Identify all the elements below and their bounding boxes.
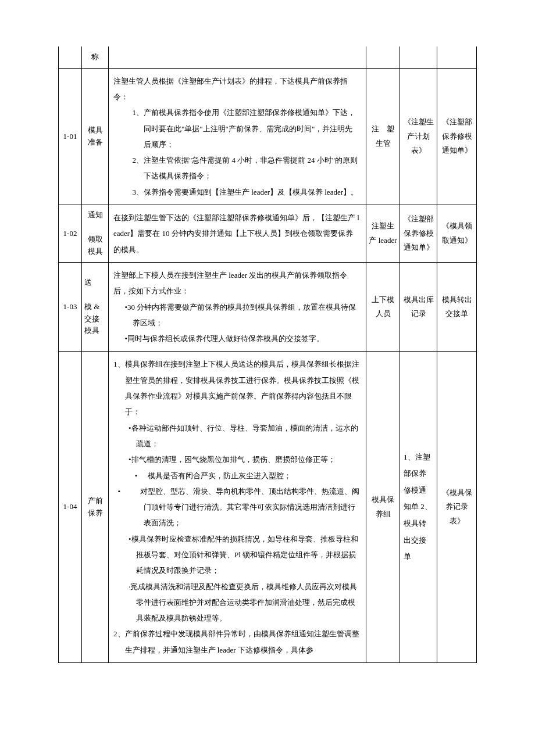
reference-doc-2: 《注塑部保养修模通知单》 <box>437 68 477 205</box>
reference-doc-1: 《注塑部保养修模通知单》 <box>400 205 437 263</box>
step-name: 送 模 & 交接模具 <box>82 262 109 351</box>
step-name: 模具准备 <box>82 68 109 205</box>
header-cell-blank-6 <box>437 46 477 68</box>
responsible: 模具保养组 <box>366 352 400 663</box>
header-cell-blank-3 <box>109 46 366 68</box>
desc-text: • 对型腔、型芯、滑块、导向机构零件、顶出结构零件、热流道、阀门顶针等专门进行清… <box>113 483 360 531</box>
step-id: 1-01 <box>59 68 82 205</box>
desc-text: 1、产前模具保养指令使用《注塑部注塑部保养修模通知单》下达，同时要在此"单据"上… <box>121 105 360 152</box>
step-id: 1-03 <box>59 262 82 351</box>
desc-text: 注塑部上下模人员在接到注塑生产 leader 发出的模具产前保养领取指令后，按如… <box>113 267 360 299</box>
reference-doc-1: 《注塑生产计划表》 <box>400 68 437 205</box>
desc-text: 注塑生管人员根据《注塑部生产计划表》的排程，下达模具产前保养指令： <box>113 73 360 105</box>
table-row: 1-02 通知 领取模具 在接到注塑生管下达的《注塑部注塑部保养修模通知单》后，… <box>59 205 477 263</box>
reference-doc-2: 模具转出交接单 <box>437 262 477 351</box>
table-header-partial: 称 <box>59 46 477 68</box>
desc-text: 1、模具保养组在接到注塑上下模人员送达的模具后，模具保养组长根据注塑生管员的排程… <box>113 356 360 420</box>
responsible: 上下模人员 <box>366 262 400 351</box>
bullet-icon: • <box>133 468 140 483</box>
procedure-table: 称 1-01 模具准备 注塑生管人员根据《注塑部生产计划表》的排程，下达模具产前… <box>58 46 477 663</box>
step-id: 1-02 <box>59 205 82 263</box>
desc-text: 模具是否有闭合严实，防止灰尘进入型腔； <box>148 471 291 480</box>
step-description: 1、模具保养组在接到注塑上下模人员送达的模具后，模具保养组长根据注塑生管员的排程… <box>109 352 366 663</box>
desc-text: • 模具是否有闭合严实，防止灰尘进入型腔； <box>113 468 360 483</box>
header-cell-blank-1 <box>59 46 82 68</box>
reference-doc-1: 模具出库记录 <box>400 262 437 351</box>
desc-text: •排气槽的清理，困气烧黑位加排气，损伤、磨损部位修正等； <box>113 452 360 467</box>
responsible: 注塑生产 leader <box>366 205 400 263</box>
desc-text: 2、注塑生管依据"急件需提前 4 小时，非急件需提前 24 小时"的原则下达模具… <box>121 152 360 184</box>
step-description: 在接到注塑生管下达的《注塑部注塑部保养修模通知单》后，【注塑生产 leader】… <box>109 205 366 263</box>
step-description: 注塑生管人员根据《注塑部生产计划表》的排程，下达模具产前保养指令： 1、产前模具… <box>109 68 366 205</box>
desc-text: 2、产前保养过程中发现模具部件异常时，由模具保养组通知注塑生管调整生产排程，并通… <box>113 626 360 658</box>
desc-text: •模具保养时应检查标准配件的损耗情况，如导柱和导套、推板导柱和推板导套、对位顶针… <box>113 531 360 579</box>
desc-text: 在接到注塑生管下达的《注塑部注塑部保养修模通知单》后，【注塑生产 leader】… <box>113 210 360 257</box>
reference-doc-2: 《模具领取通知》 <box>437 205 477 263</box>
step-name: 通知 领取模具 <box>82 205 109 263</box>
document-page: 称 1-01 模具准备 注塑生管人员根据《注塑部生产计划表》的排程，下达模具产前… <box>0 0 535 686</box>
table-row: 1-01 模具准备 注塑生管人员根据《注塑部生产计划表》的排程，下达模具产前保养… <box>59 68 477 205</box>
desc-text: 对型腔、型芯、滑块、导向机构零件、顶出结构零件、热流道、阀门顶针等专门进行清洗。… <box>140 487 359 528</box>
desc-text: •同时与保养组长或保养代理人做好待保养模具的交接签字。 <box>113 331 360 346</box>
desc-text: ·完成模具清洗和清理及配件检查更换后，模具维修人员应再次对模具零件进行表面维护并… <box>113 579 360 626</box>
reference-doc-2: 《模具保养记录表》 <box>437 352 477 663</box>
step-id: 1-04 <box>59 352 82 663</box>
desc-text: •30 分钟内将需要做产前保养的模具拉到模具保养组，放置在模具待保养区域； <box>113 299 360 331</box>
desc-text: 3、保养指令需要通知到【注塑生产 leader】及【模具保养 leader】。 <box>121 184 360 200</box>
header-cell-blank-5 <box>400 46 437 68</box>
header-cell-name-partial: 称 <box>82 46 109 68</box>
table-row: 1-04 产前保养 1、模具保养组在接到注塑上下模人员送达的模具后，模具保养组长… <box>59 352 477 663</box>
bullet-icon: • <box>125 483 133 499</box>
reference-doc-1: 1、注塑部保养修模通知单 2、模具转出交接单 <box>400 352 437 663</box>
desc-text: •各种运动部件如顶针、行位、导柱、导套加油，模面的清洁，运水的疏道； <box>113 420 360 452</box>
header-cell-blank-4 <box>366 46 400 68</box>
responsible: 注 塑生管 <box>366 68 400 205</box>
table-row: 1-03 送 模 & 交接模具 注塑部上下模人员在接到注塑生产 leader 发… <box>59 262 477 351</box>
step-description: 注塑部上下模人员在接到注塑生产 leader 发出的模具产前保养领取指令后，按如… <box>109 262 366 351</box>
step-name: 产前保养 <box>82 352 109 663</box>
